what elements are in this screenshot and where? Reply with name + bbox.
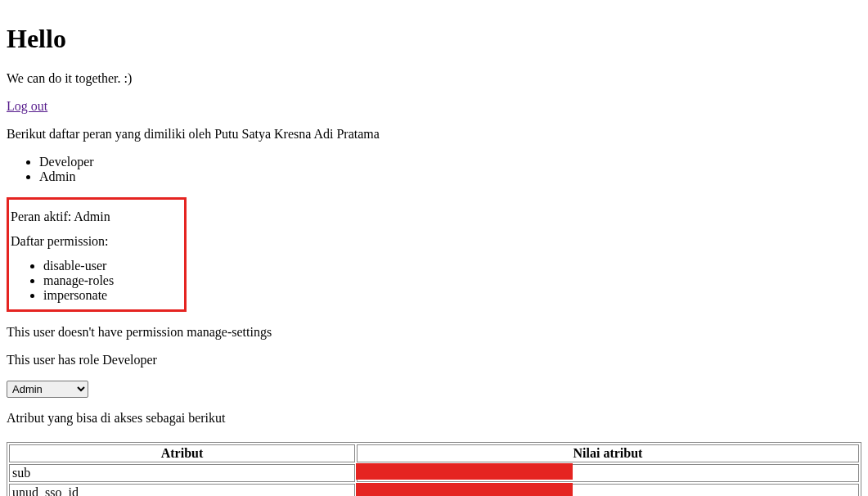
attributes-table: Atribut Nilai atribut sub unud_sso_id un… bbox=[7, 442, 861, 496]
permissions-list: disable-user manage-roles impersonate bbox=[11, 259, 181, 303]
table-cell-value bbox=[357, 484, 859, 496]
redacted-block bbox=[356, 483, 573, 496]
active-role-highlight-box: Peran aktif: Admin Daftar permission: di… bbox=[7, 197, 187, 312]
active-role-text: Peran aktif: Admin bbox=[11, 210, 181, 224]
attributes-intro-text: Atribut yang bisa di akses sebagai berik… bbox=[7, 411, 861, 426]
redacted-block bbox=[356, 463, 573, 480]
table-header-value: Nilai atribut bbox=[357, 444, 859, 462]
has-role-text: This user has role Developer bbox=[7, 353, 861, 367]
permissions-heading: Daftar permission: bbox=[11, 234, 181, 249]
table-row: sub bbox=[9, 464, 859, 482]
list-item: disable-user bbox=[43, 259, 181, 273]
table-header-attribute: Atribut bbox=[9, 444, 355, 462]
role-select[interactable]: Admin Developer bbox=[7, 381, 88, 398]
table-header-row: Atribut Nilai atribut bbox=[9, 444, 859, 462]
roles-list: Developer Admin bbox=[7, 155, 861, 184]
table-cell-value bbox=[357, 464, 859, 482]
table-cell-attribute: sub bbox=[9, 464, 355, 482]
table-row: unud_sso_id bbox=[9, 484, 859, 496]
table-cell-attribute: unud_sso_id bbox=[9, 484, 355, 496]
list-item: Admin bbox=[39, 169, 861, 184]
list-item: impersonate bbox=[43, 288, 181, 303]
list-item: Developer bbox=[39, 155, 861, 169]
list-item: manage-roles bbox=[43, 273, 181, 288]
no-permission-text: This user doesn't have permission manage… bbox=[7, 325, 861, 340]
logout-link[interactable]: Log out bbox=[7, 99, 47, 113]
tagline-text: We can do it together. :) bbox=[7, 71, 861, 86]
page-title: Hello bbox=[7, 24, 861, 54]
roles-intro-text: Berikut daftar peran yang dimiliki oleh … bbox=[7, 127, 861, 142]
